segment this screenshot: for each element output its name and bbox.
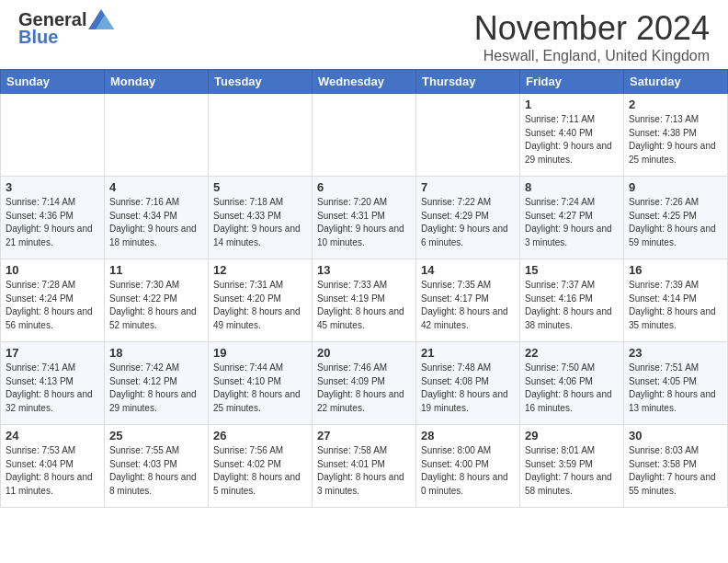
calendar-cell: 29Sunrise: 8:01 AM Sunset: 3:59 PM Dayli…	[520, 425, 624, 508]
day-number: 20	[317, 346, 411, 360]
day-info: Sunrise: 7:50 AM Sunset: 4:06 PM Dayligh…	[525, 362, 619, 415]
day-info: Sunrise: 7:44 AM Sunset: 4:10 PM Dayligh…	[213, 362, 307, 415]
week-row-1: 1Sunrise: 7:11 AM Sunset: 4:40 PM Daylig…	[1, 94, 728, 177]
calendar-cell	[209, 94, 313, 177]
calendar-cell: 22Sunrise: 7:50 AM Sunset: 4:06 PM Dayli…	[520, 342, 624, 425]
day-info: Sunrise: 7:20 AM Sunset: 4:31 PM Dayligh…	[317, 196, 411, 249]
week-row-4: 17Sunrise: 7:41 AM Sunset: 4:13 PM Dayli…	[1, 342, 728, 425]
day-info: Sunrise: 7:14 AM Sunset: 4:36 PM Dayligh…	[6, 196, 99, 249]
day-number: 23	[629, 346, 722, 360]
day-number: 25	[109, 429, 203, 442]
week-row-2: 3Sunrise: 7:14 AM Sunset: 4:36 PM Daylig…	[1, 177, 728, 259]
day-number: 10	[6, 263, 99, 277]
day-info: Sunrise: 7:16 AM Sunset: 4:34 PM Dayligh…	[109, 196, 203, 249]
calendar-cell: 16Sunrise: 7:39 AM Sunset: 4:14 PM Dayli…	[624, 259, 728, 342]
calendar-header-row: SundayMondayTuesdayWednesdayThursdayFrid…	[1, 70, 728, 94]
day-info: Sunrise: 7:28 AM Sunset: 4:24 PM Dayligh…	[6, 279, 99, 332]
title-section: November 2024 Heswall, England, United K…	[474, 9, 710, 64]
day-number: 8	[525, 180, 619, 194]
calendar-cell: 21Sunrise: 7:48 AM Sunset: 4:08 PM Dayli…	[416, 342, 520, 425]
day-number: 30	[629, 429, 722, 442]
calendar-cell	[105, 94, 209, 177]
day-number: 27	[317, 429, 411, 442]
calendar-cell: 2Sunrise: 7:13 AM Sunset: 4:38 PM Daylig…	[624, 94, 728, 177]
day-info: Sunrise: 7:56 AM Sunset: 4:02 PM Dayligh…	[213, 444, 307, 498]
logo-icon	[88, 9, 114, 29]
day-number: 22	[525, 346, 619, 360]
calendar-cell: 6Sunrise: 7:20 AM Sunset: 4:31 PM Daylig…	[313, 177, 416, 259]
day-info: Sunrise: 8:00 AM Sunset: 4:00 PM Dayligh…	[421, 444, 515, 498]
column-header-wednesday: Wednesday	[313, 70, 416, 94]
day-number: 13	[317, 263, 411, 277]
day-info: Sunrise: 7:53 AM Sunset: 4:04 PM Dayligh…	[6, 444, 99, 498]
day-number: 28	[421, 429, 515, 442]
day-number: 26	[213, 429, 307, 442]
day-info: Sunrise: 7:55 AM Sunset: 4:03 PM Dayligh…	[109, 444, 203, 498]
calendar-cell: 20Sunrise: 7:46 AM Sunset: 4:09 PM Dayli…	[313, 342, 416, 425]
day-info: Sunrise: 7:30 AM Sunset: 4:22 PM Dayligh…	[109, 279, 203, 332]
calendar-cell: 26Sunrise: 7:56 AM Sunset: 4:02 PM Dayli…	[209, 425, 313, 508]
calendar-cell: 24Sunrise: 7:53 AM Sunset: 4:04 PM Dayli…	[1, 425, 105, 508]
day-info: Sunrise: 8:03 AM Sunset: 3:58 PM Dayligh…	[629, 444, 722, 498]
day-info: Sunrise: 7:39 AM Sunset: 4:14 PM Dayligh…	[629, 279, 722, 332]
calendar-cell: 1Sunrise: 7:11 AM Sunset: 4:40 PM Daylig…	[520, 94, 624, 177]
day-number: 7	[421, 180, 515, 194]
day-info: Sunrise: 7:26 AM Sunset: 4:25 PM Dayligh…	[629, 196, 722, 249]
calendar-cell: 10Sunrise: 7:28 AM Sunset: 4:24 PM Dayli…	[1, 259, 105, 342]
week-row-5: 24Sunrise: 7:53 AM Sunset: 4:04 PM Dayli…	[1, 425, 728, 508]
calendar-cell	[416, 94, 520, 177]
column-header-saturday: Saturday	[624, 70, 728, 94]
day-number: 17	[6, 346, 99, 360]
column-header-sunday: Sunday	[1, 70, 105, 94]
day-info: Sunrise: 7:22 AM Sunset: 4:29 PM Dayligh…	[421, 196, 515, 249]
calendar-cell: 12Sunrise: 7:31 AM Sunset: 4:20 PM Dayli…	[209, 259, 313, 342]
calendar-cell	[1, 94, 105, 177]
day-number: 3	[6, 180, 99, 194]
calendar-cell: 18Sunrise: 7:42 AM Sunset: 4:12 PM Dayli…	[105, 342, 209, 425]
day-info: Sunrise: 7:51 AM Sunset: 4:05 PM Dayligh…	[629, 362, 722, 415]
day-number: 24	[6, 429, 99, 442]
day-number: 16	[629, 263, 722, 277]
day-number: 15	[525, 263, 619, 277]
day-info: Sunrise: 8:01 AM Sunset: 3:59 PM Dayligh…	[525, 444, 619, 498]
week-row-3: 10Sunrise: 7:28 AM Sunset: 4:24 PM Dayli…	[1, 259, 728, 342]
day-info: Sunrise: 7:42 AM Sunset: 4:12 PM Dayligh…	[109, 362, 203, 415]
calendar-cell: 5Sunrise: 7:18 AM Sunset: 4:33 PM Daylig…	[209, 177, 313, 259]
calendar-cell	[313, 94, 416, 177]
day-number: 6	[317, 180, 411, 194]
logo-blue-text: Blue	[18, 27, 58, 48]
day-info: Sunrise: 7:58 AM Sunset: 4:01 PM Dayligh…	[317, 444, 411, 498]
day-info: Sunrise: 7:18 AM Sunset: 4:33 PM Dayligh…	[213, 196, 307, 249]
page-header: General Blue November 2024 Heswall, Engl…	[0, 0, 728, 69]
day-info: Sunrise: 7:41 AM Sunset: 4:13 PM Dayligh…	[6, 362, 99, 415]
column-header-tuesday: Tuesday	[209, 70, 313, 94]
calendar-cell: 27Sunrise: 7:58 AM Sunset: 4:01 PM Dayli…	[313, 425, 416, 508]
column-header-thursday: Thursday	[416, 70, 520, 94]
calendar-cell: 28Sunrise: 8:00 AM Sunset: 4:00 PM Dayli…	[416, 425, 520, 508]
day-number: 19	[213, 346, 307, 360]
day-number: 5	[213, 180, 307, 194]
logo: General Blue	[18, 9, 114, 48]
calendar-cell: 11Sunrise: 7:30 AM Sunset: 4:22 PM Dayli…	[105, 259, 209, 342]
calendar-cell: 15Sunrise: 7:37 AM Sunset: 4:16 PM Dayli…	[520, 259, 624, 342]
month-title: November 2024	[474, 9, 710, 48]
calendar-cell: 23Sunrise: 7:51 AM Sunset: 4:05 PM Dayli…	[624, 342, 728, 425]
calendar-cell: 7Sunrise: 7:22 AM Sunset: 4:29 PM Daylig…	[416, 177, 520, 259]
calendar-table: SundayMondayTuesdayWednesdayThursdayFrid…	[0, 69, 728, 508]
day-number: 21	[421, 346, 515, 360]
day-number: 1	[525, 98, 619, 111]
day-info: Sunrise: 7:35 AM Sunset: 4:17 PM Dayligh…	[421, 279, 515, 332]
day-info: Sunrise: 7:13 AM Sunset: 4:38 PM Dayligh…	[629, 113, 722, 167]
day-number: 29	[525, 429, 619, 442]
day-info: Sunrise: 7:37 AM Sunset: 4:16 PM Dayligh…	[525, 279, 619, 332]
day-info: Sunrise: 7:48 AM Sunset: 4:08 PM Dayligh…	[421, 362, 515, 415]
calendar-cell: 25Sunrise: 7:55 AM Sunset: 4:03 PM Dayli…	[105, 425, 209, 508]
calendar-cell: 19Sunrise: 7:44 AM Sunset: 4:10 PM Dayli…	[209, 342, 313, 425]
column-header-monday: Monday	[105, 70, 209, 94]
calendar-cell: 8Sunrise: 7:24 AM Sunset: 4:27 PM Daylig…	[520, 177, 624, 259]
calendar-cell: 17Sunrise: 7:41 AM Sunset: 4:13 PM Dayli…	[1, 342, 105, 425]
day-number: 14	[421, 263, 515, 277]
day-info: Sunrise: 7:33 AM Sunset: 4:19 PM Dayligh…	[317, 279, 411, 332]
day-number: 4	[109, 180, 203, 194]
calendar-cell: 14Sunrise: 7:35 AM Sunset: 4:17 PM Dayli…	[416, 259, 520, 342]
